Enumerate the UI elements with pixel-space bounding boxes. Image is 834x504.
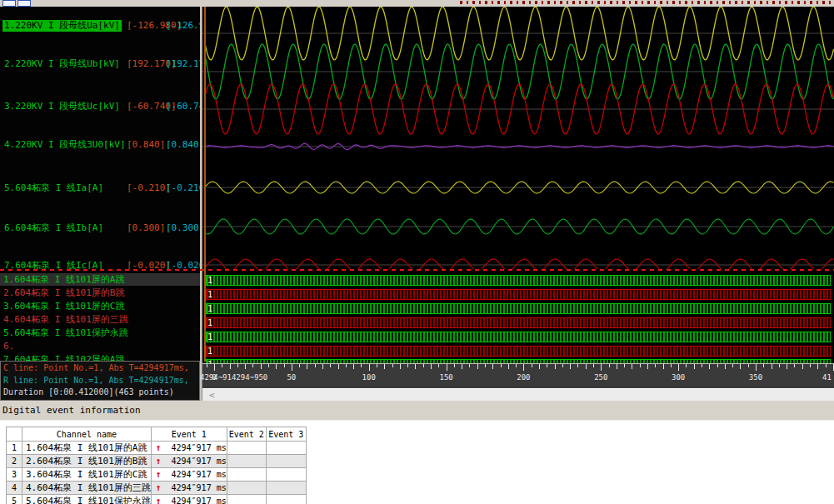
ruler-tick: [447, 364, 447, 371]
ruler-tick: [671, 364, 672, 367]
event-table-row[interactable]: 55.604柘泉 I 线101保护永跳↑4294″917 ms: [7, 495, 307, 504]
ruler-tick: [454, 364, 455, 367]
cursor-line[interactable]: [204, 7, 206, 362]
section-title-bar: Digital event information: [0, 401, 834, 421]
ruler-tick: [477, 364, 478, 369]
digital-state-value: 1: [207, 346, 212, 357]
ruler-tick: [702, 364, 702, 367]
cursor-value-c: [0.300]: [127, 222, 165, 234]
analog-channel-row[interactable]: 7.604柘泉 I 线Ic[A][-0.020][-0.020]: [0, 260, 200, 269]
event3-cell: [266, 468, 306, 482]
analog-channel-row[interactable]: 4.220KV I 段母线3U0[kV][0.840][0.840]: [0, 139, 200, 151]
cursor-value-r: [0.840]: [166, 139, 200, 151]
digital-channel-row[interactable]: 6.: [0, 340, 200, 352]
toolbar-button-2[interactable]: [17, 0, 31, 7]
horizontal-scrollbar[interactable]: <: [202, 388, 834, 401]
ruler-label: 200: [517, 373, 530, 382]
ruler-tick: [361, 364, 362, 367]
digital-channel-row[interactable]: 7.604柘泉 I 线102屏的A跳: [0, 353, 200, 361]
col-header-event1: Event 1: [151, 427, 227, 442]
event1-cell: ↑4294″917 ms: [151, 482, 227, 495]
ruler-tick: [779, 364, 780, 367]
ruler-tick: [787, 364, 787, 369]
event3-cell: [266, 455, 306, 468]
channel-label: 5.604柘泉 I 线Ia[A]: [2, 182, 105, 194]
section-title: Digital event information: [2, 405, 141, 416]
event2-cell: [227, 442, 266, 455]
event-channel-name: 1.604柘泉 I 线101屏的A跳: [22, 442, 152, 455]
ruler-tick: [377, 364, 377, 367]
ruler-tick: [732, 364, 733, 367]
ruler-tick: [547, 364, 547, 367]
channel-label: 6.604柘泉 I 线Ib[A]: [2, 222, 105, 234]
digital-trace-bar: 1: [206, 289, 831, 300]
cursor-value-c: [-0.210]: [127, 182, 171, 194]
ruler-tick: [384, 364, 385, 369]
table-header-row: Channel name Event 1 Event 2 Event 3: [7, 427, 307, 442]
digital-channel-row[interactable]: 2.604柘泉 I 线101屏的B跳: [0, 287, 200, 299]
event2-cell: [227, 468, 266, 482]
event-table-row[interactable]: 44.604柘泉 I 线101屏的三跳↑4294″917 ms: [7, 482, 307, 495]
analog-channel-row[interactable]: 5.604柘泉 I 线Ia[A][-0.210][-0.210]: [0, 182, 200, 194]
analog-channel-row[interactable]: 2.220KV I 段母线Ub[kV][192.170][192.170]: [0, 58, 200, 70]
analog-channel-list: 1.220KV I 段母线Ua[kV][-126.980][-126.980]2…: [0, 7, 200, 269]
ruler-tick: [562, 364, 563, 367]
cursor-value-r: [-126.980]: [166, 20, 200, 32]
time-ruler[interactable]: 4294~914294~950 05010015020025030035041: [202, 363, 834, 388]
ruler-tick: [539, 364, 540, 369]
ruler-tick: [601, 364, 602, 371]
event-table-row[interactable]: 33.604柘泉 I 线101屏的C跳↑4294″917 ms: [7, 468, 307, 482]
analog-channel-row[interactable]: 3.220KV I 段母线Uc[kV][-60.740][-60.740]: [0, 101, 200, 112]
digital-state-value: 1: [207, 303, 212, 314]
event-table-row[interactable]: 11.604柘泉 I 线101屏的A跳↑4294″917 ms: [7, 442, 307, 455]
ruler-tick: [338, 364, 339, 369]
ruler-tick: [268, 364, 269, 367]
ruler-tick: [299, 364, 300, 367]
ruler-tick: [802, 364, 803, 369]
digital-trace-bar: 1: [206, 332, 831, 342]
ruler-tick: [307, 364, 307, 369]
col-header-event3: Event 3: [266, 427, 306, 442]
ruler-tick: [593, 364, 594, 367]
analog-waveform-area[interactable]: [202, 7, 834, 269]
rising-edge-arrow-icon: ↑: [156, 442, 162, 453]
digital-channel-row[interactable]: 4.604柘泉 I 线101屏的三跳: [0, 313, 200, 326]
ruler-label: 150: [439, 373, 452, 382]
ruler-tick: [207, 364, 207, 367]
ruler-tick: [322, 364, 323, 369]
digital-channel-row[interactable]: 5.604柘泉 I 线101保护永跳: [0, 327, 200, 339]
event1-cell: ↑4294″917 ms: [151, 495, 227, 504]
ruler-tick: [624, 364, 625, 367]
col-header-index: [7, 427, 22, 442]
ruler-tick: [794, 364, 795, 367]
waveform-trace: [205, 259, 834, 269]
digital-trace-bar: 1: [206, 317, 831, 328]
event-table-row[interactable]: 22.604柘泉 I 线101屏的B跳↑4294″917 ms: [7, 455, 307, 468]
ruler-tick: [415, 364, 416, 369]
clipped-title-text: [460, 1, 834, 4]
analog-channel-row[interactable]: 6.604柘泉 I 线Ib[A][0.300][0.300]: [0, 222, 200, 234]
ruler-tick: [640, 364, 641, 367]
event-row-index: 5: [7, 495, 22, 504]
ruler-label: 350: [749, 373, 762, 382]
event-channel-name: 5.604柘泉 I 线101保护永跳: [22, 495, 152, 504]
ruler-tick: [617, 364, 617, 369]
toolbar-button-1[interactable]: [2, 0, 16, 7]
channel-label: 7.604柘泉 I 线Ic[A]: [2, 260, 105, 269]
ruler-tick: [586, 364, 587, 369]
digital-trace-area[interactable]: 1111111: [202, 271, 834, 363]
ruler-tick: [725, 364, 726, 369]
rising-edge-arrow-icon: ↑: [156, 482, 162, 493]
scroll-left-arrow-icon[interactable]: <: [209, 390, 215, 401]
ruler-tick: [516, 364, 517, 367]
digital-trace-bar: 1: [206, 346, 831, 357]
event-channel-name: 3.604柘泉 I 线101屏的C跳: [22, 468, 152, 482]
event1-time: 4294″917 ms: [171, 483, 226, 492]
r-line-status: R line: Point No.=1, Abs T=4294917ms, Re…: [3, 376, 200, 385]
event-row-index: 1: [7, 442, 22, 455]
ruler-tick: [237, 364, 238, 367]
event1-time: 4294″917 ms: [171, 497, 226, 504]
digital-channel-row[interactable]: 1.604柘泉 I 线101屏的A跳: [0, 273, 200, 286]
digital-channel-row[interactable]: 3.604柘泉 I 线101屏的C跳: [0, 300, 200, 312]
analog-channel-row[interactable]: 1.220KV I 段母线Ua[kV][-126.980][-126.980]: [0, 20, 200, 32]
